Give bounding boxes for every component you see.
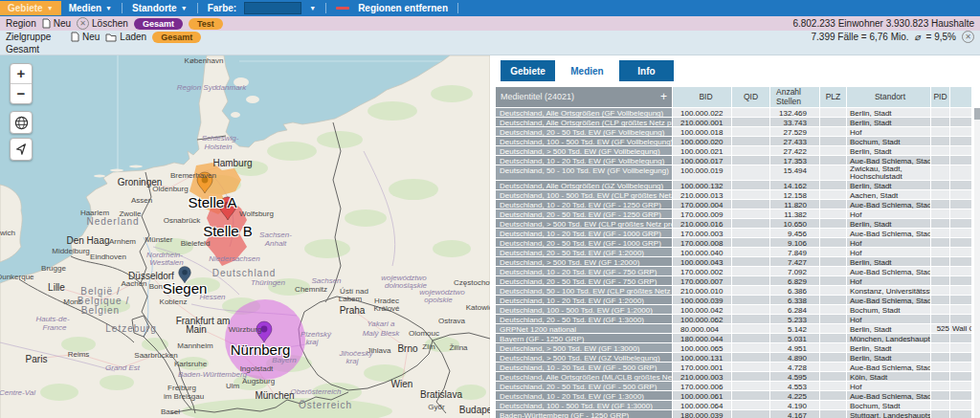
table-row[interactable]: Deutschland, 20 - 50 Tsd. EW (GF - 500 G…: [496, 382, 980, 391]
cell-anz: 6.338: [770, 296, 820, 305]
table-row[interactable]: Deutschland, Alle Ortsgrößen (CLP größte…: [496, 118, 980, 127]
map-canvas[interactable]: KøbenhavnRegion SyddanmarkSchleswig-Hols…: [0, 55, 490, 418]
cell-plz: [820, 382, 847, 391]
table-row[interactable]: Deutschland, Alle Ortsgrößen (GF Vollbel…: [496, 108, 980, 118]
table-row[interactable]: Deutschland, 10 - 20 Tsd. EW (GF - 750 G…: [496, 267, 980, 276]
chevron-down-icon[interactable]: ▼: [309, 5, 316, 11]
table-row[interactable]: Baden-Württemberg (GF - 1250 GRP)180.000…: [496, 410, 980, 418]
cell-bid: 100.000.019: [673, 165, 732, 181]
cell-pid: [931, 353, 950, 363]
menu-gebiete-label: Gebiete: [8, 3, 43, 13]
cell-anz: 7.092: [770, 267, 820, 276]
table-scrollbar[interactable]: [974, 108, 980, 418]
column-header-pid[interactable]: PID: [931, 87, 950, 108]
tab-gebiete[interactable]: Gebiete: [501, 60, 555, 81]
table-row[interactable]: Bayern (GF - 1250 GRP)180.000.0445.031Mü…: [496, 334, 980, 343]
title-column-header[interactable]: Medientitel (24021) +: [496, 87, 673, 108]
chevron-down-icon: ▼: [47, 5, 54, 11]
menu-gebiete[interactable]: Gebiete ▼: [0, 1, 61, 15]
table-row[interactable]: Deutschland, 20 - 50 Tsd. EW (GF - 1000 …: [496, 238, 980, 248]
cell-title: Baden-Württemberg (GF - 1250 GRP): [496, 410, 673, 418]
table-row[interactable]: Deutschland, > 500 Tsd. EW (GF 1:3000)10…: [496, 343, 980, 353]
table-row[interactable]: Deutschland, 100 - 500 Tsd. EW (GF 1:200…: [496, 305, 980, 315]
cell-title: Deutschland, Alle Ortsgrößen (GF Vollbel…: [496, 108, 673, 118]
cell-title: Deutschland, 100 - 500 Tsd. EW (GF 1:300…: [496, 401, 673, 410]
table-row[interactable]: Deutschland, 50 - 100 Tsd. EW (CLP größt…: [496, 286, 980, 296]
table-row[interactable]: Deutschland, 20 - 50 Tsd. EW (GF 1:3000)…: [496, 315, 980, 324]
table-row[interactable]: Deutschland, 10 - 20 Tsd. EW (GF - 1250 …: [496, 200, 980, 209]
zoom-in-button[interactable]: +: [11, 64, 32, 84]
cell-qid: [732, 248, 770, 257]
table-row[interactable]: Deutschland, > 500 Tsd. EW (CLP größtes …: [496, 219, 980, 229]
column-header-bid[interactable]: BID: [673, 87, 732, 108]
cell-ext: [950, 401, 972, 410]
cell-ext: [950, 410, 972, 418]
cell-qid: [732, 296, 770, 305]
cell-title: Deutschland, > 500 Tsd. EW (GZ Vollbeleg…: [496, 353, 673, 363]
column-header-extra[interactable]: [950, 87, 972, 108]
add-column-button[interactable]: +: [660, 91, 667, 103]
region-row: Region Neu ✕ Löschen Gesamt Test 6.802.2…: [0, 16, 980, 31]
table-row[interactable]: Deutschland, Alle Ortsgrößen (ML/CLB grö…: [496, 372, 980, 382]
table-row[interactable]: Deutschland, 10 - 20 Tsd. EW (GF - 1000 …: [496, 229, 980, 238]
cell-sta: München, Landeshauptstadt: [847, 334, 931, 343]
table-row[interactable]: Deutschland, 20 - 50 Tsd. EW (GF 1:2000)…: [496, 248, 980, 257]
column-header-qid[interactable]: QID: [732, 87, 770, 108]
region-test-pill[interactable]: Test: [189, 18, 223, 30]
locate-button[interactable]: [10, 138, 33, 161]
cell-ext: [950, 353, 972, 363]
table-row[interactable]: Deutschland, 20 - 50 Tsd. EW (GF - 1250 …: [496, 209, 980, 219]
cell-bid: 100.000.039: [673, 296, 732, 305]
zielgruppe-row: Zielgruppe Neu Laden Gesamt 7.399 Fälle …: [0, 31, 980, 43]
globe-button[interactable]: [10, 111, 33, 134]
table-row[interactable]: Deutschland, 10 - 20 Tsd. EW (GF Vollbel…: [496, 156, 980, 165]
column-header-standort[interactable]: Standort: [847, 87, 931, 108]
table-row[interactable]: Deutschland, > 500 Tsd. EW (GF Vollbeleg…: [496, 146, 980, 156]
table-row[interactable]: Deutschland, 50 - 100 Tsd. EW (GF Vollbe…: [496, 165, 980, 181]
cell-qid: [732, 137, 770, 146]
cell-sta: Hof: [847, 276, 931, 286]
regionen-entfernen-button[interactable]: Regionen entfernen: [328, 1, 456, 15]
media-table: Medientitel (24021) + BIDQIDAnzahl Stell…: [496, 87, 980, 418]
cell-pid: [931, 181, 950, 190]
table-row[interactable]: Deutschland, 100 - 500 Tsd. EW (GF Vollb…: [496, 137, 980, 146]
cell-ext: [950, 238, 972, 248]
table-row[interactable]: Deutschland, 20 - 50 Tsd. EW (GF - 750 G…: [496, 276, 980, 286]
table-row[interactable]: Deutschland, 10 - 20 Tsd. EW (GF 1:2000)…: [496, 296, 980, 305]
menu-medien[interactable]: Medien ▼: [61, 1, 120, 15]
column-header-plz[interactable]: PLZ: [820, 87, 847, 108]
clear-stat-button[interactable]: ✕: [962, 31, 974, 43]
cell-ext: [950, 219, 972, 229]
menu-standorte[interactable]: Standorte ▼: [124, 1, 195, 15]
region-gesamt-pill[interactable]: Gesamt: [134, 18, 183, 30]
cell-ext: [950, 137, 972, 146]
table-row[interactable]: GRPNet 1200 national80.000.0045.142Berli…: [496, 324, 980, 334]
table-row[interactable]: Deutschland, > 500 Tsd. EW (GZ Vollbeleg…: [496, 353, 980, 363]
cell-bid: 100.000.132: [673, 181, 732, 190]
table-row[interactable]: Deutschland, Alle Ortsgrößen (GZ Vollbel…: [496, 181, 980, 190]
zielgruppe-neu-button[interactable]: Neu: [71, 32, 100, 42]
zoom-out-button[interactable]: −: [11, 84, 32, 103]
table-row[interactable]: Deutschland, > 500 Tsd. EW (GF 1:2000)10…: [496, 257, 980, 267]
table-row[interactable]: Deutschland, 100 - 500 Tsd. EW (CLP größ…: [496, 190, 980, 200]
tab-medien[interactable]: Medien: [560, 60, 614, 81]
table-row[interactable]: Deutschland, 10 - 20 Tsd. EW (GF - 500 G…: [496, 363, 980, 372]
cell-plz: [820, 410, 847, 418]
cell-title: Deutschland, 100 - 500 Tsd. EW (CLP größ…: [496, 190, 673, 200]
table-row[interactable]: Deutschland, 10 - 20 Tsd. EW (GF 1:3000)…: [496, 391, 980, 401]
cell-ext: [950, 257, 972, 267]
column-header-anzahl-stellen[interactable]: Anzahl Stellen: [770, 87, 820, 108]
table-row[interactable]: Deutschland, 100 - 500 Tsd. EW (GF 1:300…: [496, 401, 980, 410]
region-loeschen-button[interactable]: ✕ Löschen: [77, 17, 128, 30]
cell-ext: [950, 108, 972, 118]
table-scrollbar-thumb[interactable]: [974, 108, 980, 120]
cell-sta: Berlin, Stadt: [847, 324, 931, 334]
color-picker-swatch[interactable]: [244, 2, 301, 14]
zielgruppe-gesamt-pill[interactable]: Gesamt: [152, 32, 201, 43]
table-row[interactable]: Deutschland, 20 - 50 Tsd. EW (GF Vollbel…: [496, 127, 980, 137]
tab-info[interactable]: Info: [619, 60, 674, 81]
region-neu-button[interactable]: Neu: [42, 18, 71, 29]
cell-sta: Hof: [847, 382, 931, 391]
cell-bid: 100.000.064: [673, 401, 732, 410]
zielgruppe-laden-button[interactable]: Laden: [105, 32, 146, 42]
